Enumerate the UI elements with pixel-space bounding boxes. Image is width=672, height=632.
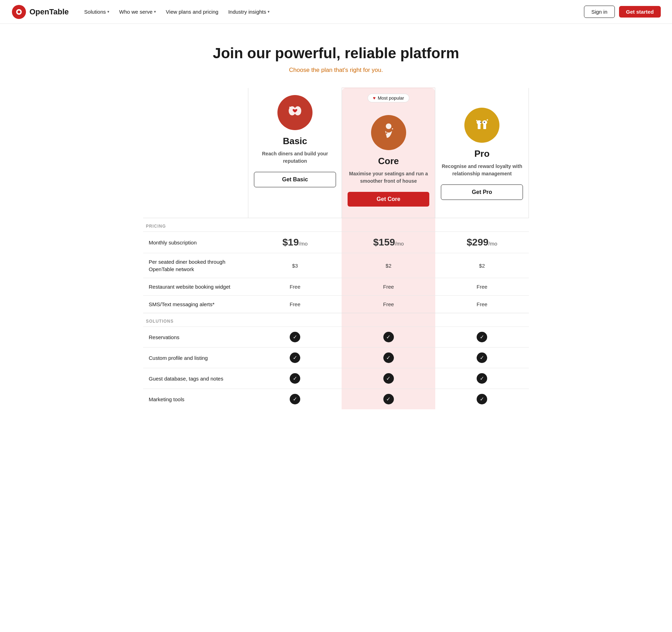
price-value: $19 (282, 237, 299, 248)
plan-pro-header: ♥ ♥ ✦ ✦ Pro Recognise and reward loyalty… (435, 88, 529, 218)
svg-text:✦: ✦ (299, 113, 301, 115)
check-icon: ✓ (383, 373, 394, 384)
logo[interactable]: OpenTable (11, 4, 69, 20)
plan-core-header: ♥ Most popular ✦ ✦ (342, 88, 435, 218)
most-popular-badge: ♥ Most popular (368, 94, 409, 102)
basic-plan-icon: ✦ ✦ (277, 95, 313, 130)
section-pricing-label-row: PRICING (143, 218, 529, 232)
hero-title: Join our powerful, reliable platform (11, 45, 661, 62)
nav-solutions-label: Solutions (84, 9, 106, 15)
table-row: Per seated diner booked through OpenTabl… (143, 253, 529, 278)
pro-plan-name: Pro (441, 148, 523, 159)
feature-cell: Monthly subscription (143, 232, 248, 253)
value-cell: $2 (435, 253, 529, 278)
get-basic-button[interactable]: Get Basic (254, 172, 336, 187)
section-label-feature: SOLUTIONS (143, 313, 248, 327)
value-cell: Free (248, 296, 342, 313)
chevron-down-icon: ▾ (268, 9, 270, 14)
table-row: Guest database, tags and notes✓✓✓ (143, 368, 529, 389)
value-cell: ✓ (342, 389, 435, 410)
check-icon: ✓ (383, 332, 394, 342)
pro-plan-desc: Recognise and reward loyalty with relati… (441, 163, 523, 177)
hero-section: Join our powerful, reliable platform Cho… (0, 24, 672, 88)
check-icon: ✓ (383, 394, 394, 404)
get-pro-button[interactable]: Get Pro (441, 184, 523, 200)
check-icon: ✓ (290, 332, 300, 342)
pro-plan-icon: ♥ ♥ ✦ ✦ (464, 108, 499, 143)
svg-text:✦: ✦ (476, 119, 478, 122)
table-row: Restaurant website booking widgetFreeFre… (143, 278, 529, 296)
check-icon: ✓ (383, 352, 394, 363)
table-row: SMS/Text messaging alerts*FreeFreeFree (143, 296, 529, 313)
feature-cell: Custom profile and listing (143, 348, 248, 368)
value-cell: $19/mo (248, 232, 342, 253)
feature-cell: Marketing tools (143, 389, 248, 410)
core-icon-svg: ✦ ✦ (376, 120, 401, 145)
value-cell: ✓ (248, 327, 342, 348)
value-cell: Free (342, 296, 435, 313)
navbar: OpenTable Solutions ▾ Who we serve ▾ Vie… (0, 0, 672, 24)
value-cell: Free (342, 278, 435, 296)
check-icon: ✓ (290, 373, 300, 384)
section-label-core (342, 218, 435, 232)
section-label-pro (435, 313, 529, 327)
getstarted-button[interactable]: Get started (619, 6, 661, 18)
hero-subtitle: Choose the plan that's right for you. (11, 67, 661, 74)
section-label-core (342, 313, 435, 327)
value-cell: $2 (342, 253, 435, 278)
heart-icon: ♥ (373, 95, 376, 101)
basic-icon-svg: ✦ ✦ (283, 100, 307, 125)
signin-button[interactable]: Sign in (584, 6, 615, 18)
value-cell: ✓ (248, 348, 342, 368)
chevron-down-icon: ▾ (107, 9, 109, 14)
feature-cell: Restaurant website booking widget (143, 278, 248, 296)
table-row: Custom profile and listing✓✓✓ (143, 348, 529, 368)
core-plan-name: Core (348, 156, 430, 167)
core-plan-icon: ✦ ✦ (371, 115, 406, 150)
nav-item-solutions[interactable]: Solutions ▾ (80, 6, 114, 18)
price-value: $299 (467, 237, 489, 248)
nav-plans-label: View plans and pricing (166, 9, 219, 15)
price-value: $159 (373, 237, 395, 248)
section-label-basic (248, 313, 342, 327)
value-cell: $299/mo (435, 232, 529, 253)
price-unit: /mo (489, 241, 497, 247)
core-plan-desc: Maximise your seatings and run a smoothe… (348, 170, 430, 185)
check-icon: ✓ (477, 332, 487, 342)
value-cell: ✓ (248, 368, 342, 389)
nav-item-insights[interactable]: Industry insights ▾ (224, 6, 274, 18)
nav-item-plans[interactable]: View plans and pricing (162, 6, 223, 18)
pro-icon-svg: ♥ ♥ ✦ ✦ (470, 113, 494, 137)
value-cell: $3 (248, 253, 342, 278)
value-cell: ✓ (342, 327, 435, 348)
value-cell: ✓ (435, 368, 529, 389)
feature-cell: Guest database, tags and notes (143, 368, 248, 389)
nav-insights-label: Industry insights (228, 9, 266, 15)
price-unit: /mo (299, 241, 308, 247)
pricing-tbody: PRICING Monthly subscription$19/mo$159/m… (143, 218, 529, 410)
svg-text:♥: ♥ (484, 121, 485, 123)
section-solutions-label-row: SOLUTIONS (143, 313, 529, 327)
nav-item-who-we-serve[interactable]: Who we serve ▾ (115, 6, 160, 18)
value-cell: $159/mo (342, 232, 435, 253)
svg-text:✦: ✦ (289, 106, 291, 109)
check-icon: ✓ (477, 373, 487, 384)
get-core-button[interactable]: Get Core (348, 192, 430, 207)
most-popular-label: Most popular (378, 95, 404, 101)
value-cell: Free (248, 278, 342, 296)
section-label-basic (248, 218, 342, 232)
basic-plan-desc: Reach diners and build your reputation (254, 150, 336, 165)
basic-plan-name: Basic (254, 136, 336, 147)
table-row: Marketing tools✓✓✓ (143, 389, 529, 410)
opentable-logo-icon (11, 4, 27, 20)
feature-cell: Reservations (143, 327, 248, 348)
pricing-section: ✦ ✦ Basic Reach diners and build your re… (136, 88, 536, 430)
check-icon: ✓ (290, 352, 300, 363)
section-label-feature: PRICING (143, 218, 248, 232)
check-icon: ✓ (477, 394, 487, 404)
value-cell: ✓ (435, 327, 529, 348)
nav-links: Solutions ▾ Who we serve ▾ View plans an… (80, 6, 581, 18)
check-icon: ✓ (290, 394, 300, 404)
svg-point-8 (386, 123, 391, 129)
nav-actions: Sign in Get started (584, 6, 661, 18)
